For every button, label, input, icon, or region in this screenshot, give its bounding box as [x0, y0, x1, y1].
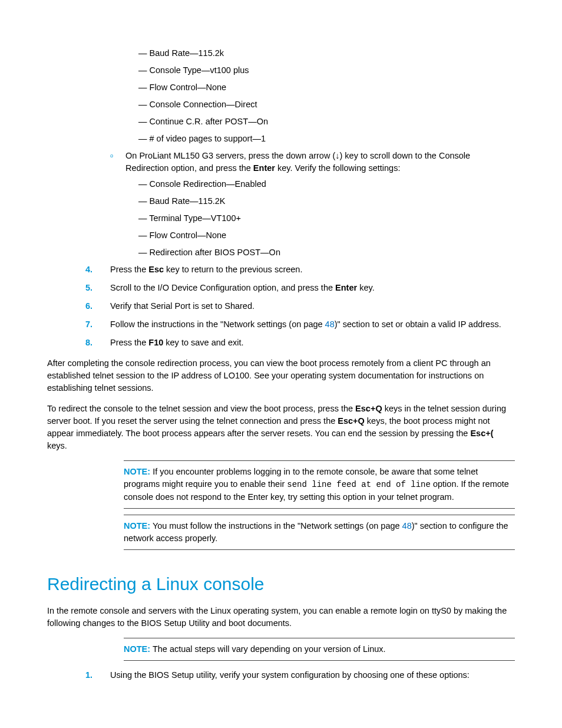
ml150-substep: o On ProLiant ML150 G3 servers, press th…	[110, 150, 515, 174]
setting-item: Console Redirection—Enabled	[138, 178, 515, 190]
settings-list-2: Console Redirection—Enabled Baud Rate—11…	[85, 178, 515, 259]
setting-item: Terminal Type—VT100+	[138, 212, 515, 225]
note-label: NOTE:	[124, 467, 150, 476]
page-link-48[interactable]: 48	[402, 521, 412, 531]
setting-item: Flow Control—None	[138, 229, 515, 242]
section-heading-linux: Redirecting a Linux console	[47, 571, 515, 597]
circle-bullet-icon: o	[110, 150, 123, 162]
procedure-steps: Press the Esc key to return to the previ…	[85, 263, 515, 349]
setting-item: Flow Control—None	[138, 81, 515, 94]
step-8: Press the F10 key to save and exit.	[85, 337, 515, 349]
note-network-settings: NOTE: You must follow the instructions i…	[124, 515, 515, 550]
step-5: Scroll to the I/O Device Configuration o…	[85, 282, 515, 294]
setting-item: Console Type—vt100 plus	[138, 64, 515, 77]
page-content: Baud Rate—115.2k Console Type—vt100 plus…	[85, 47, 515, 681]
setting-item: Baud Rate—115.2k	[138, 47, 515, 60]
setting-item: Console Connection—Direct	[138, 98, 515, 111]
setting-item: Continue C.R. after POST—On	[138, 116, 515, 128]
setting-item: # of video pages to support—1	[138, 133, 515, 145]
note-linux-version: NOTE: The actual steps will vary dependi…	[124, 638, 515, 661]
paragraph-linux-intro: In the remote console and servers with t…	[47, 605, 515, 630]
setting-item: Redirection after BIOS POST—On	[138, 246, 515, 259]
linux-step-1: Using the BIOS Setup utility, verify you…	[85, 669, 515, 681]
settings-list-1: Baud Rate—115.2k Console Type—vt100 plus…	[85, 47, 515, 145]
page-link-48[interactable]: 48	[325, 319, 335, 329]
ml150-text: On ProLiant ML150 G3 servers, press the …	[125, 150, 503, 174]
linux-procedure-steps: Using the BIOS Setup utility, verify you…	[85, 669, 515, 681]
step-6: Verify that Serial Port is set to Shared…	[85, 300, 515, 312]
step-4: Press the Esc key to return to the previ…	[85, 263, 515, 276]
step-7: Follow the instructions in the "Network …	[85, 318, 515, 331]
note-label: NOTE:	[124, 521, 150, 531]
paragraph-redirect-console: To redirect the console to the telnet se…	[47, 403, 515, 452]
code-send-line-feed: send line feed at end of line	[287, 480, 431, 489]
note-telnet-issue: NOTE: If you encounter problems logging …	[124, 460, 515, 508]
paragraph-after-process: After completing the console redirection…	[47, 357, 515, 394]
setting-item: Baud Rate—115.2K	[138, 195, 515, 207]
note-label: NOTE:	[124, 644, 150, 654]
